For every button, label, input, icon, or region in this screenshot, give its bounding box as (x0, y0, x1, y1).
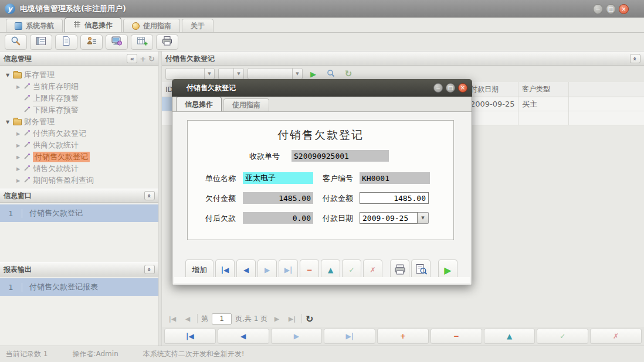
confirm-button[interactable]: ✓ (537, 329, 588, 344)
tool-icon (23, 106, 30, 115)
navigation-tree: ▼库存管理 ▶当前库存明细 上限库存预警 下限库存预警 ▼财务管理 ▶付供商欠款… (0, 66, 158, 189)
tree-closed-icon: ▶ (15, 178, 21, 183)
collapse-sidebar-button[interactable]: « (127, 54, 137, 63)
refresh-icon[interactable]: ↻ (148, 54, 155, 63)
page-number-input[interactable] (212, 313, 232, 325)
window-title: 电缆销售管理系统(非注册用户) (20, 4, 126, 14)
tree-label: 付供商欠款登记 (33, 128, 86, 139)
refresh-page-button[interactable]: ↻ (306, 313, 313, 325)
tool-icon (23, 129, 30, 138)
tree-item-period-profit-query[interactable]: ▶期间销售盈利查询 (5, 175, 158, 186)
folder-icon (13, 119, 22, 125)
pay-amount-field[interactable]: 1485.00 (360, 192, 429, 204)
prev-page-button[interactable]: ◀ (182, 315, 194, 323)
top-toolbar (0, 33, 644, 52)
next-page-button[interactable]: ▶ (271, 315, 283, 323)
column-header-type[interactable]: 客户类型 (518, 82, 569, 97)
dialog-minimize-button[interactable]: − (433, 83, 443, 93)
tree-label: 当前库存明细 (33, 81, 79, 92)
tab-system-nav[interactable]: 系统导航 (6, 19, 63, 32)
tree-item-upper-limit[interactable]: 上限库存预警 (5, 93, 158, 104)
edit-record-button[interactable]: ▲ (484, 329, 535, 344)
date-dropdown-button[interactable]: ▼ (418, 212, 429, 224)
play-icon: ▶ (310, 70, 316, 78)
info-windows-header: 信息窗口 « (0, 189, 158, 203)
tree-label-selected: 付销售欠款登记 (33, 152, 90, 162)
cancel-button[interactable]: ✗ (590, 329, 642, 344)
tree-open-icon: ▼ (5, 119, 11, 125)
nav-first-button[interactable]: |◀ (164, 329, 216, 344)
app-logo-icon: y (5, 4, 15, 14)
unit-name-label: 单位名称 (205, 173, 236, 184)
nav-prev-button[interactable]: ◀ (218, 329, 269, 344)
tab-about[interactable]: 关于 (182, 19, 213, 32)
dialog-close-button[interactable]: × (458, 83, 467, 93)
document-icon (60, 36, 72, 48)
refresh-records-button[interactable]: ↻ (341, 67, 355, 80)
magnifier-icon (326, 69, 335, 80)
tree-item-lower-limit[interactable]: 下限库存预警 (5, 104, 158, 116)
collapse-content-button[interactable]: « (630, 54, 640, 63)
tree-item-sales-debt-reg[interactable]: ▶付销售欠款登记 (5, 151, 158, 163)
tool-icon (23, 153, 30, 162)
tree-item-inventory[interactable]: ▼库存管理 (5, 69, 158, 81)
search-records-button[interactable] (324, 67, 338, 80)
print-button[interactable] (156, 35, 178, 50)
collapse-panel-button[interactable]: « (144, 265, 155, 274)
tree-label: 上限库存预警 (33, 93, 79, 104)
unit-name-field[interactable]: 亚太电子 (243, 172, 313, 184)
last-page-button[interactable]: ▶| (286, 315, 298, 323)
info-windows-list: 1 付销售欠款登记 (0, 203, 158, 262)
cell-empty (467, 111, 518, 125)
dialog-maximize-button[interactable]: □ (446, 83, 455, 93)
application-window: y 电缆销售管理系统(非注册用户) − □ × 系统导航 信息操作 使用指南 关… (0, 0, 644, 362)
panel-title: 信息窗口 (4, 191, 32, 201)
pagination-bar: |◀ ◀ 第 页,共 1 页 ▶ ▶| ↻ (162, 310, 644, 327)
document-button[interactable] (55, 35, 77, 50)
minimize-button[interactable]: − (593, 4, 603, 14)
pay-date-label: 付款日期 (323, 213, 353, 224)
tree-label: 库存管理 (24, 70, 55, 80)
main-tab-bar: 系统导航 信息操作 使用指南 关于 (0, 18, 644, 33)
tree-label: 下限库存预警 (33, 105, 79, 115)
delete-record-button[interactable]: − (431, 329, 482, 344)
column-header-date[interactable]: 付款日期 (467, 82, 518, 97)
maximize-button[interactable]: □ (606, 4, 616, 14)
chevron-down-icon: ▼ (233, 69, 243, 79)
window-list-item[interactable]: 1 付销售欠款登记 (0, 204, 158, 222)
tab-label: 系统导航 (26, 21, 54, 31)
chevron-down-icon: ▼ (292, 69, 302, 79)
dialog-tab-user-guide[interactable]: 使用指南 (223, 98, 269, 111)
collapse-panel-button[interactable]: « (144, 191, 155, 200)
pay-date-field[interactable]: 2009-09-25 (360, 212, 418, 224)
add-record-button[interactable]: + (377, 329, 429, 344)
tree-item-sales-debt-stats[interactable]: ▶销售欠款统计 (5, 163, 158, 175)
nav-next-button[interactable]: ▶ (271, 329, 323, 344)
nav-last-button[interactable]: ▶| (324, 329, 375, 344)
owed-amount-field: 1485.00 (243, 192, 313, 204)
dialog-tab-info-operation[interactable]: 信息操作 (176, 97, 222, 111)
first-page-button[interactable]: |◀ (167, 315, 178, 323)
tree-item-supplier-debt-stats[interactable]: ▶供商欠款统计 (5, 139, 158, 151)
table-add-button[interactable] (131, 35, 153, 50)
printer-icon (394, 264, 406, 277)
page-prefix-label: 第 (201, 314, 208, 324)
close-button[interactable]: × (619, 4, 629, 14)
report-output-header: 报表输出 « (0, 262, 158, 276)
monitor-button[interactable] (106, 35, 128, 50)
report-list-item[interactable]: 1 付销售欠款登记报表 (0, 278, 158, 296)
filter-value-combo[interactable]: ▼ (248, 68, 303, 80)
tree-item-current-stock[interactable]: ▶当前库存明细 (5, 81, 158, 93)
filter-field-combo[interactable]: ▼ (165, 68, 215, 80)
table-view-button[interactable] (30, 35, 52, 50)
run-query-button[interactable]: ▶ (306, 67, 320, 80)
cell-empty (569, 97, 644, 111)
user-list-button[interactable] (80, 35, 103, 50)
tree-item-finance[interactable]: ▼财务管理 (5, 116, 158, 128)
add-icon[interactable]: + (140, 54, 146, 63)
tree-item-supplier-debt-reg[interactable]: ▶付供商欠款登记 (5, 128, 158, 139)
tab-info-operation[interactable]: 信息操作 (65, 18, 121, 32)
filter-operator-combo[interactable]: ▼ (218, 68, 244, 80)
tab-user-guide[interactable]: 使用指南 (123, 19, 180, 32)
search-button[interactable] (5, 35, 27, 50)
